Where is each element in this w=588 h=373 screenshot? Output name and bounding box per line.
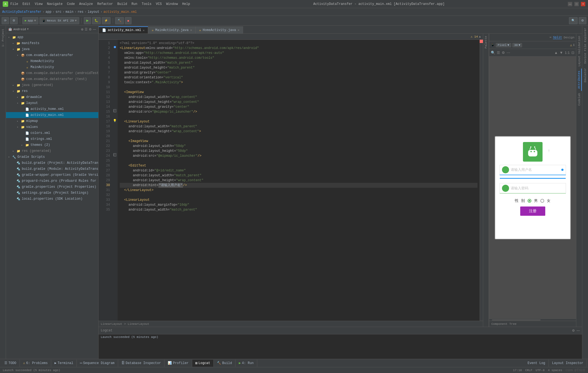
tree-item-home-activity[interactable]: ☕ HomeActivity (6, 58, 98, 64)
stop-button[interactable]: ■ (125, 17, 132, 24)
code-mode-icon[interactable]: ⌨ (550, 36, 552, 39)
tree-item-mipmap[interactable]: ▸ 📁 mipmap (6, 118, 98, 124)
design-mode-icon[interactable]: Design (564, 36, 574, 39)
tree-item-values[interactable]: ▾ 📁 values (6, 124, 98, 130)
menu-refactor[interactable]: Refactor (97, 2, 113, 6)
lightbulb-icon[interactable]: 💡 (113, 119, 117, 122)
tab-build[interactable]: 🔨 Build (214, 360, 235, 367)
tree-item-strings-xml[interactable]: 📄 strings.xml (6, 136, 98, 142)
breadcrumb-item-main[interactable]: main (66, 10, 74, 14)
menu-view[interactable]: View (35, 2, 43, 6)
device-dropdown[interactable]: 📱 Nexus 5X API 29 ▼ (39, 17, 79, 24)
options-button[interactable]: ⚙ (502, 51, 505, 55)
collapse-button[interactable]: — (93, 27, 96, 31)
scroll-down-button[interactable]: ▼ (559, 51, 563, 55)
logcat-close-button[interactable]: — (577, 329, 580, 332)
tree-item-gradle-properties[interactable]: 🔩 gradle.properties (Project Properties) (6, 184, 98, 190)
tree-item-main-activity[interactable]: ☕ MainActivity (6, 64, 98, 70)
close-button[interactable]: ✕ (581, 2, 585, 6)
codelab-tab[interactable]: Codelab (577, 91, 581, 108)
tree-item-package-android-test[interactable]: 📦 com.example.datatransfer (androidTest) (6, 70, 98, 76)
tree-item-local-properties[interactable]: 🔩 local.properties (SDK Location) (6, 196, 98, 202)
tab-run[interactable]: ▶ 4: Run (235, 360, 257, 367)
code-content[interactable]: <?xml version="1.0" encoding="utf-8"?> <… (118, 40, 480, 321)
tab-close-icon[interactable]: ✕ (238, 28, 240, 32)
tree-item-app[interactable]: ▾ 📁 app (6, 34, 98, 40)
breadcrumb-item-app[interactable]: app (45, 10, 51, 14)
tab-close-icon[interactable]: ✕ (190, 28, 192, 32)
gear-button[interactable]: ☰ (85, 27, 88, 31)
settings-button[interactable]: ⚙ (10, 17, 18, 24)
menu-code[interactable]: Code (67, 2, 75, 6)
tab-problems[interactable]: ⚠ 6: Problems (20, 360, 51, 367)
tree-item-proguard[interactable]: 🔩 proguard-rules.pro (ProGuard Rules for… (6, 178, 98, 184)
tab-close-icon[interactable]: ✕ (143, 29, 145, 32)
list-view-button[interactable]: ☰ (497, 51, 500, 55)
info-icon[interactable]: ℹ (573, 43, 574, 47)
tab-activity-main-xml[interactable]: 📄 activity_main.xml ✕ (99, 26, 148, 33)
breadcrumb-item-src[interactable]: src (56, 10, 62, 14)
menu-build[interactable]: Build (117, 2, 127, 6)
tab-database-inspector[interactable]: 🗄 Database Inspector (118, 360, 165, 367)
menu-analyze[interactable]: Analyze (79, 2, 93, 6)
tree-item-res-generated[interactable]: ▸ 📁 res (generated) (6, 148, 98, 154)
breadcrumb-item-layout[interactable]: layout (88, 10, 99, 14)
tree-item-build-gradle-project[interactable]: 🔩 build.gradle (Project: ActivityDataTra… (6, 160, 98, 166)
tab-terminal[interactable]: ▶ Terminal (51, 360, 77, 367)
male-radio[interactable] (528, 199, 531, 203)
more-button[interactable]: ⋯ (507, 51, 510, 55)
tree-item-layout[interactable]: ▾ 📁 layout (6, 100, 98, 106)
tree-item-gradle-scripts[interactable]: ▾ 🔧 Gradle Scripts (6, 154, 98, 160)
split-mode-icon[interactable]: Split (553, 36, 562, 39)
android-dropdown-icon[interactable]: ▼ (27, 28, 29, 31)
tree-item-java-generated[interactable]: ▸ 📁 java (generated) (6, 82, 98, 88)
menu-tools[interactable]: Tools (142, 2, 152, 6)
component-tree-label[interactable]: Component Tree (491, 322, 516, 326)
tab-event-log[interactable]: Event Log (524, 360, 549, 367)
tree-item-themes[interactable]: ▸ 📁 themes (2) (6, 142, 98, 148)
logcat-settings-button[interactable]: ⚙ (572, 329, 575, 332)
collapse-warnings-icon[interactable]: ▲ (479, 35, 481, 38)
tree-item-activity-main-xml[interactable]: 📄 activity_main.xml (6, 112, 98, 118)
tree-item-settings-gradle[interactable]: 🔩 settings.gradle (Project Settings) (6, 190, 98, 196)
tree-item-colors-xml[interactable]: 📄 colors.xml (6, 130, 98, 136)
layout-validation-tab[interactable]: Layout Validation (577, 34, 581, 69)
tree-item-build-gradle-module[interactable]: 🔩 build.gradle (Module: ActivityDataTran… (6, 166, 98, 172)
menu-window[interactable]: Window (166, 2, 178, 6)
tree-item-manifests[interactable]: ▸ 📂 manifests (6, 40, 98, 46)
breadcrumb-item-file[interactable]: activity_main.xml (103, 10, 137, 14)
project-panel-tab[interactable]: 1: Project (1, 27, 5, 49)
settings-gear-button[interactable]: ⚙ (579, 17, 586, 24)
profile-button[interactable]: ⚡ (102, 17, 111, 24)
tab-home-activity-java[interactable]: ☕ HomeActivity.java ✕ (195, 26, 243, 33)
tab-main-activity-java[interactable]: ☕ MainActivity.java ✕ (148, 26, 195, 33)
menu-vcs[interactable]: VCS (156, 2, 162, 6)
scroll-up-button[interactable]: ▲ (554, 51, 558, 55)
minimize-button[interactable]: — (568, 2, 572, 6)
menu-edit[interactable]: Edit (23, 2, 30, 6)
search-everywhere-button[interactable]: 🔍 (569, 17, 578, 24)
menu-file[interactable]: File (10, 2, 18, 6)
tab-logcat[interactable]: ▤ Logcat (192, 360, 214, 367)
breadcrumb-item-res[interactable]: res (78, 10, 84, 14)
preview-scrollbar[interactable] (492, 319, 541, 320)
debug-button[interactable]: 🐛 (92, 17, 101, 24)
tree-item-gradle-wrapper[interactable]: 🔩 gradle-wrapper.properties (Gradle Vers… (6, 172, 98, 178)
run-config-dropdown[interactable]: ▶ app ▼ (22, 17, 38, 24)
device-file-explorer-tab[interactable]: Device File Explorer (583, 26, 587, 66)
tree-item-package-main[interactable]: ▾ 📦 com.example.datatransfer (6, 52, 98, 58)
tree-item-res[interactable]: ▾ 📁 res (6, 88, 98, 94)
tab-layout-inspector[interactable]: Layout Inspector (549, 360, 587, 367)
female-radio[interactable] (540, 199, 544, 203)
fit-button[interactable]: 1:1 (565, 51, 570, 55)
register-button[interactable]: 注册 (520, 206, 545, 216)
crop-button[interactable]: ⊡ (571, 51, 574, 55)
run-button[interactable]: ▶ (84, 17, 91, 24)
menu-navigate[interactable]: Navigate (47, 2, 63, 6)
tab-todo[interactable]: ☰ TODO (1, 360, 20, 367)
sync-button[interactable]: ⟳ (2, 17, 9, 24)
attributes-tab[interactable]: Attributes (577, 69, 582, 91)
tree-item-drawable[interactable]: ▸ 📁 drawable (6, 94, 98, 100)
api-dropdown[interactable]: 30 ▼ (512, 43, 522, 47)
breadcrumb-item-project[interactable]: ActivityDataTransfer (2, 10, 41, 14)
